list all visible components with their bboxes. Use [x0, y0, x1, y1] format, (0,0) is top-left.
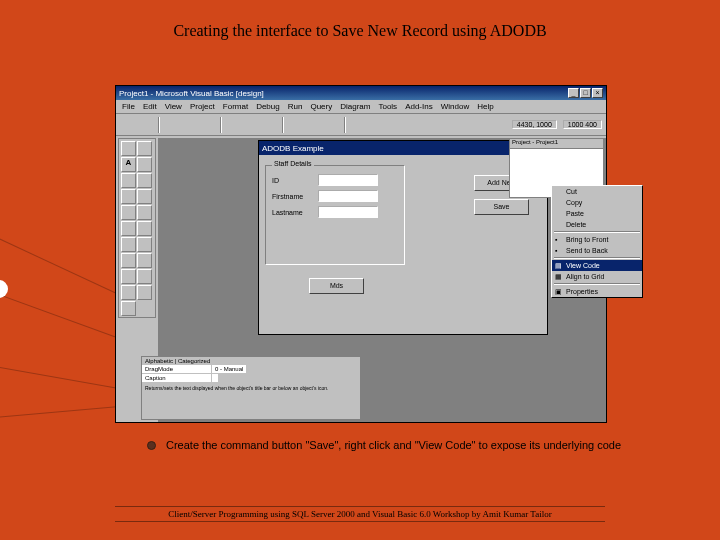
ctx-bringfront[interactable]: ▪Bring to Front: [552, 234, 642, 245]
menu-window[interactable]: Window: [441, 102, 469, 111]
line-icon[interactable]: [137, 269, 152, 284]
dir-icon[interactable]: [121, 253, 136, 268]
prop-description: Returns/sets the text displayed when the…: [142, 383, 360, 393]
frame-caption: Staff Details: [272, 160, 314, 167]
menu-help[interactable]: Help: [477, 102, 493, 111]
lastname-label: Lastname: [272, 209, 314, 216]
vscroll-icon[interactable]: [137, 221, 152, 236]
menu-file[interactable]: File: [122, 102, 135, 111]
ide-titlebar[interactable]: Project1 - Microsoft Visual Basic [desig…: [116, 86, 606, 100]
ctx-paste[interactable]: Paste: [552, 208, 642, 219]
prop-key: DragMode: [142, 365, 212, 373]
instruction-text: Create the command button "Save", right …: [166, 439, 645, 451]
ctx-properties[interactable]: ▣Properties: [552, 286, 642, 297]
props-tabs[interactable]: Alphabetic | Categorized: [142, 357, 360, 365]
toolbar-icon[interactable]: [288, 117, 304, 133]
coord-position: 4430, 1000: [512, 120, 557, 129]
save-button[interactable]: Save: [474, 199, 529, 215]
slide-title: Creating the interface to Save New Recor…: [0, 22, 720, 40]
menu-format[interactable]: Format: [223, 102, 248, 111]
menu-addins[interactable]: Add-Ins: [405, 102, 433, 111]
commandbutton-icon[interactable]: [137, 173, 152, 188]
file-icon[interactable]: [137, 253, 152, 268]
frame-icon[interactable]: [121, 173, 136, 188]
prop-val[interactable]: [212, 374, 218, 382]
ctx-viewcode[interactable]: ▤View Code: [552, 260, 642, 271]
optionbutton-icon[interactable]: [137, 189, 152, 204]
toolbar-icon[interactable]: [386, 117, 402, 133]
menu-view[interactable]: View: [165, 102, 182, 111]
shape-icon[interactable]: [121, 269, 136, 284]
prop-key: Caption: [142, 374, 212, 382]
menu-tools[interactable]: Tools: [378, 102, 397, 111]
properties-window[interactable]: Alphabetic | Categorized DragMode0 - Man…: [141, 356, 361, 420]
vb-ide-window: Project1 - Microsoft Visual Basic [desig…: [115, 85, 607, 423]
form-designer[interactable]: ADODB Example × Staff Details ID Firstna…: [258, 140, 548, 335]
checkbox-icon[interactable]: [121, 189, 136, 204]
coord-size: 1000 400: [563, 120, 602, 129]
textbox-icon[interactable]: [137, 157, 152, 172]
lastname-input[interactable]: [318, 206, 378, 218]
close-icon[interactable]: ×: [592, 88, 603, 98]
mds-button[interactable]: Mds: [309, 278, 364, 294]
id-label: ID: [272, 177, 314, 184]
context-menu[interactable]: Cut Copy Paste Delete ▪Bring to Front ▪S…: [551, 185, 643, 298]
menu-edit[interactable]: Edit: [143, 102, 157, 111]
menu-run[interactable]: Run: [288, 102, 303, 111]
toolbar-icon[interactable]: [262, 117, 278, 133]
bullet-icon: [147, 441, 156, 450]
form-titlebar[interactable]: ADODB Example ×: [259, 141, 547, 155]
toolbar-icon[interactable]: [120, 117, 136, 133]
toolbar-icon[interactable]: [368, 117, 384, 133]
ide-title-text: Project1 - Microsoft Visual Basic [desig…: [119, 89, 264, 98]
slide-footer: Client/Server Programming using SQL Serv…: [115, 506, 605, 522]
listbox-icon[interactable]: [137, 205, 152, 220]
ctx-cut[interactable]: Cut: [552, 186, 642, 197]
ctx-delete[interactable]: Delete: [552, 219, 642, 230]
ole-icon[interactable]: [121, 301, 136, 316]
ctx-aligngrid[interactable]: ▦Align to Grid: [552, 271, 642, 282]
firstname-input[interactable]: [318, 190, 378, 202]
menu-debug[interactable]: Debug: [256, 102, 280, 111]
menu-query[interactable]: Query: [310, 102, 332, 111]
label-icon[interactable]: A: [121, 157, 136, 172]
toolbox-panel[interactable]: A: [118, 138, 156, 318]
firstname-label: Firstname: [272, 193, 314, 200]
toolbar-icon[interactable]: [350, 117, 366, 133]
toolbar-icon[interactable]: [226, 117, 242, 133]
ide-menubar[interactable]: File Edit View Project Format Debug Run …: [116, 100, 606, 114]
ctx-sendback[interactable]: ▪Send to Back: [552, 245, 642, 256]
image-icon[interactable]: [121, 285, 136, 300]
id-input[interactable]: [318, 174, 378, 186]
menu-project[interactable]: Project: [190, 102, 215, 111]
drive-icon[interactable]: [137, 237, 152, 252]
form-title-text: ADODB Example: [262, 144, 324, 153]
toolbar-icon[interactable]: [244, 117, 260, 133]
toolbar-icon[interactable]: [306, 117, 322, 133]
hscroll-icon[interactable]: [121, 221, 136, 236]
toolbar-icon[interactable]: [182, 117, 198, 133]
staff-details-frame[interactable]: Staff Details ID Firstname Lastname: [265, 165, 405, 265]
toolbar-icon[interactable]: [324, 117, 340, 133]
ctx-copy[interactable]: Copy: [552, 197, 642, 208]
menu-diagram[interactable]: Diagram: [340, 102, 370, 111]
ide-toolbar: 4430, 1000 1000 400: [116, 114, 606, 136]
toolbar-icon[interactable]: [164, 117, 180, 133]
timer-icon[interactable]: [121, 237, 136, 252]
toolbar-icon[interactable]: [404, 117, 420, 133]
toolbar-icon[interactable]: [200, 117, 216, 133]
pointer-icon[interactable]: [121, 141, 136, 156]
minimize-icon[interactable]: _: [568, 88, 579, 98]
toolbar-icon[interactable]: [138, 117, 154, 133]
project-explorer-header: Project - Project1: [510, 139, 603, 149]
combobox-icon[interactable]: [121, 205, 136, 220]
prop-val[interactable]: 0 - Manual: [212, 365, 246, 373]
data-icon[interactable]: [137, 285, 152, 300]
maximize-icon[interactable]: □: [580, 88, 591, 98]
picturebox-icon[interactable]: [137, 141, 152, 156]
